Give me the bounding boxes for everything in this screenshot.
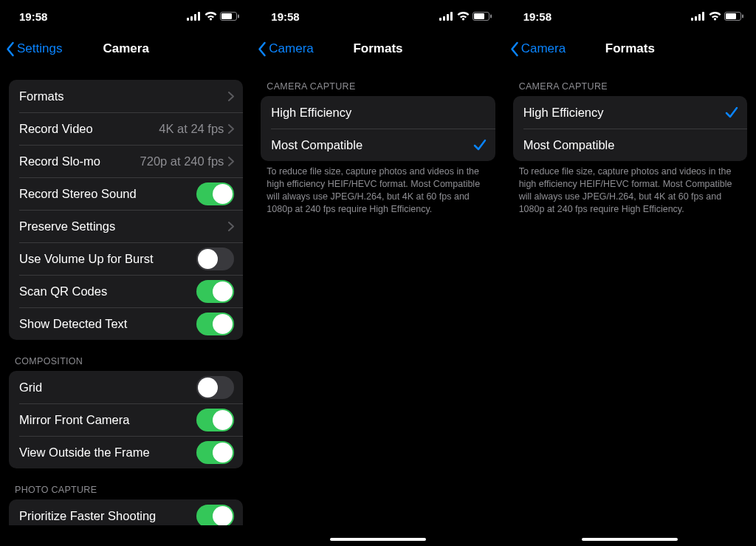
- status-indicators: [439, 12, 492, 21]
- row-high-efficiency[interactable]: High Efficiency: [261, 96, 495, 129]
- row-volume-up-burst: Use Volume Up for Burst: [9, 242, 243, 275]
- signal-icon: [187, 12, 202, 21]
- home-indicator[interactable]: [330, 538, 426, 542]
- page-title: Formats: [353, 41, 402, 56]
- chevron-left-icon: [258, 41, 267, 57]
- list-formats: High Efficiency Most Compatible: [261, 96, 495, 161]
- row-label: Record Stereo Sound: [19, 187, 196, 201]
- back-label: Settings: [17, 41, 62, 56]
- list-composition: Grid Mirror Front Camera View Outside th…: [9, 371, 243, 468]
- toggle-stereo-sound[interactable]: [196, 182, 234, 205]
- row-most-compatible[interactable]: Most Compatible: [261, 129, 495, 161]
- content-scroll[interactable]: Formats Record Video 4K at 24 fps Record…: [0, 65, 252, 525]
- row-formats[interactable]: Formats: [9, 80, 243, 112]
- row-label: Record Slo-mo: [19, 154, 140, 168]
- chevron-right-icon: [228, 92, 234, 101]
- footer-formats: To reduce file size, capture photos and …: [261, 161, 495, 219]
- svg-rect-19: [726, 13, 736, 19]
- row-most-compatible[interactable]: Most Compatible: [513, 129, 747, 161]
- back-button[interactable]: Camera: [510, 41, 566, 57]
- status-time: 19:58: [264, 10, 299, 23]
- row-mirror-front: Mirror Front Camera: [9, 403, 243, 436]
- row-high-efficiency[interactable]: High Efficiency: [513, 96, 747, 129]
- row-record-video[interactable]: Record Video 4K at 24 fps: [9, 112, 243, 145]
- phone-formats-hieff: 19:58 Camera Formats CAMERA CAPTURE High…: [504, 0, 756, 546]
- status-time: 19:58: [516, 10, 551, 23]
- svg-rect-14: [691, 18, 693, 21]
- row-label: Mirror Front Camera: [19, 413, 196, 427]
- svg-rect-12: [474, 13, 484, 19]
- nav-bar: Camera Formats: [504, 33, 756, 65]
- section-camera-capture: CAMERA CAPTURE: [513, 65, 747, 96]
- wifi-icon: [709, 12, 721, 21]
- row-label: Most Compatible: [271, 138, 472, 152]
- status-indicators: [691, 12, 744, 21]
- status-bar: 19:58: [0, 0, 252, 33]
- chevron-right-icon: [228, 124, 234, 134]
- row-label: Show Detected Text: [19, 317, 196, 331]
- svg-rect-2: [194, 14, 196, 21]
- toggle-prioritize-faster[interactable]: [196, 505, 234, 526]
- row-record-slomo[interactable]: Record Slo-mo 720p at 240 fps: [9, 145, 243, 177]
- toggle-detected-text[interactable]: [196, 313, 234, 335]
- row-scan-qr: Scan QR Codes: [9, 275, 243, 307]
- svg-rect-5: [221, 13, 232, 19]
- back-button[interactable]: Settings: [6, 41, 62, 57]
- svg-rect-7: [439, 18, 441, 21]
- toggle-scan-qr[interactable]: [196, 280, 234, 303]
- svg-rect-1: [190, 16, 193, 21]
- row-preserve-settings[interactable]: Preserve Settings: [9, 210, 243, 242]
- page-title: Formats: [605, 41, 655, 56]
- row-label: High Efficiency: [271, 106, 486, 120]
- back-button[interactable]: Camera: [258, 41, 313, 57]
- list-photo-capture: Prioritize Faster Shooting: [9, 499, 243, 525]
- svg-rect-8: [443, 16, 445, 21]
- battery-icon: [220, 12, 240, 21]
- row-label: Preserve Settings: [19, 219, 228, 233]
- battery-icon: [724, 12, 744, 21]
- battery-icon: [472, 12, 492, 21]
- signal-icon: [439, 12, 454, 21]
- content-scroll[interactable]: CAMERA CAPTURE High Efficiency Most Comp…: [252, 65, 504, 525]
- signal-icon: [691, 12, 706, 21]
- chevron-left-icon: [6, 41, 16, 57]
- svg-rect-3: [198, 12, 200, 21]
- row-label: High Efficiency: [523, 106, 725, 120]
- status-time: 19:58: [12, 10, 47, 23]
- checkmark-icon: [473, 138, 487, 151]
- wifi-icon: [205, 12, 217, 21]
- svg-rect-10: [450, 12, 453, 21]
- row-grid: Grid: [9, 371, 243, 403]
- status-bar: 19:58: [252, 0, 504, 33]
- phone-camera-settings: 19:58 Settings Camera Formats Record Vid…: [0, 0, 252, 546]
- back-label: Camera: [521, 41, 566, 56]
- section-photo-capture: PHOTO CAPTURE: [9, 468, 243, 499]
- chevron-right-icon: [228, 222, 234, 231]
- row-detect-text: Show Detected Text: [9, 307, 243, 340]
- row-detail: 720p at 240 fps: [140, 154, 224, 168]
- toggle-grid[interactable]: [196, 376, 234, 399]
- row-prioritize-faster: Prioritize Faster Shooting: [9, 499, 243, 525]
- svg-rect-16: [698, 14, 701, 21]
- section-composition: COMPOSITION: [9, 340, 243, 371]
- toggle-view-outside[interactable]: [196, 441, 234, 464]
- toggle-volume-burst[interactable]: [196, 248, 234, 270]
- row-label: Prioritize Faster Shooting: [19, 509, 196, 523]
- svg-rect-15: [695, 16, 697, 21]
- svg-rect-20: [742, 15, 743, 18]
- row-label: Use Volume Up for Burst: [19, 252, 196, 266]
- list-camera-main: Formats Record Video 4K at 24 fps Record…: [9, 80, 243, 340]
- status-bar: 19:58: [504, 0, 756, 33]
- row-label: Formats: [19, 89, 228, 103]
- svg-rect-0: [187, 18, 189, 21]
- svg-rect-13: [490, 15, 492, 18]
- content-scroll[interactable]: CAMERA CAPTURE High Efficiency Most Comp…: [504, 65, 756, 525]
- list-formats: High Efficiency Most Compatible: [513, 96, 747, 161]
- page-title: Camera: [103, 41, 148, 56]
- nav-bar: Camera Formats: [252, 33, 504, 65]
- phone-formats-mostcompat: 19:58 Camera Formats CAMERA CAPTURE High…: [252, 0, 504, 546]
- home-indicator[interactable]: [582, 538, 678, 542]
- checkmark-icon: [725, 106, 738, 119]
- row-label: Grid: [19, 381, 196, 395]
- toggle-mirror-front[interactable]: [196, 409, 234, 431]
